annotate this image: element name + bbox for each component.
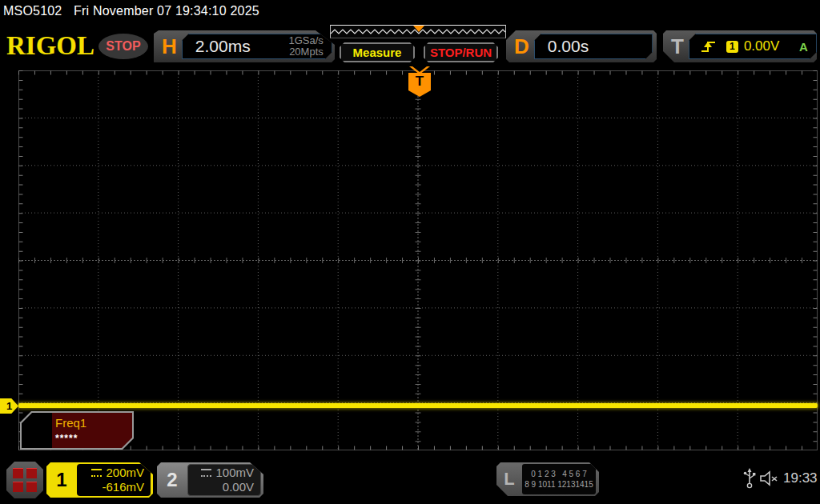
function-navigation-icon[interactable] [6, 462, 43, 498]
rigol-logo: RIGOL [6, 31, 94, 61]
status-clock: 19:33 [783, 470, 818, 486]
red-square-icon [13, 468, 23, 478]
channel1-badge[interactable]: 1 200mV -616mV [46, 462, 153, 498]
run-state-badge: STOP [98, 34, 148, 59]
channel1-display: 200mV -616mV [77, 464, 151, 496]
trigger-display: 1 0.00V A [689, 34, 817, 59]
measurement-box-inner: Freq1 ***** [22, 413, 132, 448]
graticule-grid [18, 70, 818, 450]
measurement-box[interactable]: Freq1 ***** [20, 411, 134, 450]
channel1-number: 1 [46, 462, 77, 498]
red-square-icon [26, 468, 37, 478]
logic-channels-badge[interactable]: L 0 1 2 3 4 5 6 7 8 9 1011 12131415 [496, 462, 599, 496]
model-name: MSO5102 [3, 4, 62, 18]
measure-button[interactable]: Measure [340, 42, 415, 62]
trigger-sweep-mode: A [799, 40, 816, 54]
channel2-badge[interactable]: 2 100mV 0.00V [157, 462, 263, 498]
channel1-ground-marker[interactable]: 1 [0, 398, 18, 414]
channel2-number: 2 [157, 462, 187, 498]
channel1-offset: -616mV [102, 480, 144, 494]
logic-row-1: 0 1 2 3 4 5 6 7 [531, 469, 587, 479]
usb-icon [743, 468, 756, 489]
delay-label: D [506, 34, 534, 59]
trigger-position-marker-tail-icon [408, 90, 431, 97]
timebase-value: 2.00ms [183, 37, 251, 56]
memory-depth: 20Mpts [288, 46, 323, 58]
channel1-trace[interactable] [18, 403, 818, 408]
delay-display: 0.00s [534, 34, 653, 59]
logic-label: L [496, 462, 522, 496]
horizontal-label: H [154, 34, 182, 59]
dc-coupling-icon [201, 469, 211, 477]
delay-value: 0.00s [535, 37, 589, 56]
stop-run-button[interactable]: STOP/RUN [424, 42, 498, 62]
delay-menu-button[interactable]: D 0.00s [506, 30, 657, 62]
red-square-icon [13, 482, 23, 492]
channel1-scale: 200mV [106, 466, 144, 480]
overview-trigger-position-icon[interactable] [413, 26, 424, 32]
channel2-display: 100mV 0.00V [187, 464, 261, 496]
trigger-menu-button[interactable]: T 1 0.00V A [663, 30, 817, 62]
trigger-slope-icon [701, 39, 717, 54]
acquisition-info: 1GSa/s 20Mpts [288, 35, 331, 58]
speaker-muted-icon[interactable] [759, 470, 780, 487]
logic-channel-list: 0 1 2 3 4 5 6 7 8 9 1011 12131415 [522, 464, 596, 494]
channel2-offset: 0.00V [223, 480, 254, 494]
logic-row-2: 8 9 1011 12131415 [525, 479, 593, 490]
dc-coupling-icon [91, 469, 102, 477]
measurement-name: Freq1 [55, 416, 86, 430]
channel2-scale: 100mV [215, 466, 254, 480]
sample-rate: 1GSa/s [288, 35, 323, 46]
measurement-value: ***** [55, 433, 78, 444]
trigger-position-marker[interactable]: T [408, 73, 431, 90]
horizontal-display: 2.00ms 1GSa/s 20Mpts [182, 34, 332, 59]
trigger-position-notch-inner-icon [412, 66, 427, 72]
red-square-icon [26, 482, 37, 492]
horizontal-menu-button[interactable]: H 2.00ms 1GSa/s 20Mpts [154, 30, 335, 62]
trigger-level-value: 0.00V [744, 38, 779, 54]
trigger-source-badge: 1 [726, 41, 738, 53]
trigger-label: T [663, 34, 689, 59]
title-bar: MSO5102 Fri November 07 19:34:10 2025 [3, 4, 259, 18]
datetime-text: Fri November 07 19:34:10 2025 [74, 4, 259, 18]
